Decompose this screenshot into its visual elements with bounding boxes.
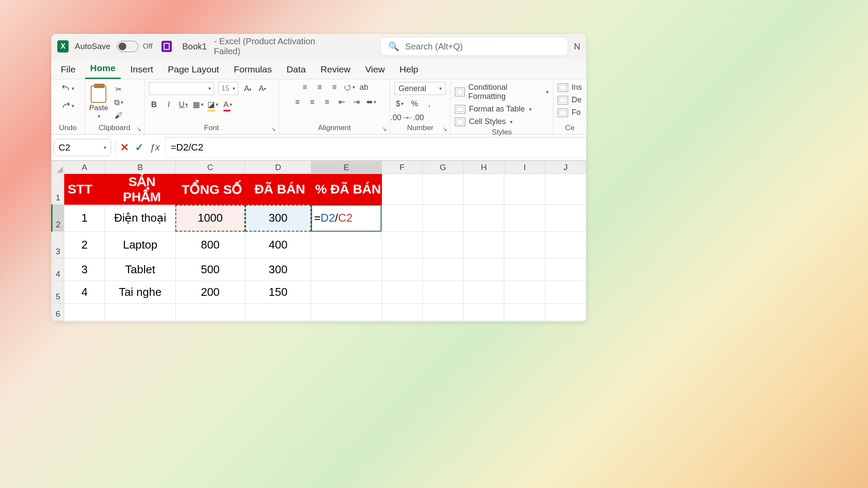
cell-I6[interactable]: [504, 304, 545, 321]
increase-indent-button[interactable]: ⇥: [352, 97, 362, 107]
col-header-G[interactable]: G: [423, 161, 464, 174]
cell-E4[interactable]: [311, 259, 381, 281]
decrease-indent-button[interactable]: ⇤: [337, 97, 347, 107]
cell-I4[interactable]: [504, 259, 545, 281]
align-center-button[interactable]: ≡: [307, 97, 318, 107]
col-header-B[interactable]: B: [105, 161, 175, 174]
insert-function-button[interactable]: ƒx: [150, 142, 160, 153]
cell-H2[interactable]: [464, 205, 504, 232]
cell-F2[interactable]: [381, 205, 422, 232]
cell-C5[interactable]: 200: [175, 281, 245, 304]
cell-B2[interactable]: Điện thoại: [105, 205, 175, 232]
tab-help[interactable]: Help: [395, 61, 424, 79]
insert-cells-button[interactable]: Ins: [558, 82, 582, 93]
cell-J5[interactable]: [545, 281, 586, 304]
cell-G3[interactable]: [423, 232, 464, 259]
cell-H3[interactable]: [464, 232, 504, 259]
underline-button[interactable]: U▾: [178, 99, 189, 110]
merge-center-button[interactable]: ⬌▾: [366, 97, 377, 107]
tab-data[interactable]: Data: [281, 61, 311, 79]
cell-J4[interactable]: [545, 259, 586, 281]
cell-B1[interactable]: SẢN PHẨM: [105, 174, 175, 205]
cell-I1[interactable]: [504, 174, 545, 205]
search-box[interactable]: 🔍 Search (Alt+Q): [380, 37, 568, 56]
cell-E1[interactable]: % ĐÃ BÁN: [311, 174, 381, 205]
number-format-selector[interactable]: General▾: [395, 82, 446, 95]
cell-I3[interactable]: [504, 232, 545, 259]
cell-E3[interactable]: [311, 232, 381, 259]
cell-D4[interactable]: 300: [245, 259, 311, 281]
col-header-H[interactable]: H: [464, 161, 504, 174]
decrease-decimal-button[interactable]: ←.00: [409, 112, 420, 123]
cell-I5[interactable]: [504, 281, 545, 304]
cell-D1[interactable]: ĐÃ BÁN: [245, 174, 311, 205]
worksheet-grid[interactable]: A B C D E F G H I J 1 STT SẢN PHẨM TỔNG …: [51, 160, 586, 321]
align-left-button[interactable]: ≡: [293, 97, 303, 107]
cell-A2[interactable]: 1: [64, 205, 105, 232]
cell-G4[interactable]: [423, 259, 464, 281]
cell-J7[interactable]: [545, 321, 586, 322]
cell-H1[interactable]: [464, 174, 504, 205]
cell-B4[interactable]: Tablet: [105, 259, 175, 281]
cell-I7[interactable]: [504, 321, 545, 322]
cell-C6[interactable]: [175, 304, 245, 321]
cell-D5[interactable]: 150: [245, 281, 311, 304]
cell-D3[interactable]: 400: [245, 232, 311, 259]
name-box[interactable]: C2 ▾: [54, 139, 111, 156]
cell-A5[interactable]: 4: [64, 281, 105, 304]
cell-F1[interactable]: [381, 174, 422, 205]
col-header-E[interactable]: E: [311, 161, 381, 174]
format-painter-button[interactable]: 🖌: [113, 110, 124, 121]
paste-button[interactable]: Paste ▾: [89, 85, 108, 119]
row-header-7[interactable]: 7: [52, 321, 64, 322]
cell-G7[interactable]: [423, 321, 464, 322]
cell-F5[interactable]: [381, 281, 422, 304]
col-header-A[interactable]: A: [64, 161, 105, 174]
cell-G5[interactable]: [423, 281, 464, 304]
cell-H6[interactable]: [464, 304, 504, 321]
cell-B3[interactable]: Laptop: [105, 232, 175, 259]
redo-button[interactable]: ▾: [61, 99, 74, 112]
tab-formulas[interactable]: Formulas: [229, 61, 277, 79]
enter-entry-button[interactable]: ✓: [135, 141, 144, 154]
select-all-corner[interactable]: [52, 161, 64, 174]
row-header-3[interactable]: 3: [52, 232, 64, 259]
cell-B7[interactable]: [105, 321, 175, 322]
document-name[interactable]: Book1: [182, 42, 207, 52]
cell-C4[interactable]: 500: [175, 259, 245, 281]
row-header-6[interactable]: 6: [52, 304, 64, 321]
cell-A1[interactable]: STT: [64, 174, 105, 205]
cell-C7[interactable]: [175, 321, 245, 322]
col-header-C[interactable]: C: [175, 161, 245, 174]
accounting-format-button[interactable]: $▾: [395, 98, 405, 109]
cell-J1[interactable]: [545, 174, 586, 205]
font-launcher-icon[interactable]: ↘: [271, 125, 276, 132]
cell-C3[interactable]: 800: [175, 232, 245, 259]
undo-button[interactable]: ▾: [61, 82, 74, 95]
cell-F6[interactable]: [381, 304, 422, 321]
cell-A6[interactable]: [64, 304, 105, 321]
cell-D2[interactable]: 300: [245, 205, 311, 232]
copy-button[interactable]: ⧉▾: [113, 97, 124, 108]
format-cells-button[interactable]: Fo: [558, 107, 581, 118]
cell-H7[interactable]: [464, 321, 504, 322]
wrap-text-button[interactable]: ab: [359, 82, 369, 92]
increase-font-button[interactable]: A▴: [243, 83, 253, 94]
cell-styles-button[interactable]: Cell Styles▾: [455, 116, 513, 127]
cell-H5[interactable]: [464, 281, 504, 304]
tab-view[interactable]: View: [360, 61, 390, 79]
cell-C1[interactable]: TỔNG SỐ: [175, 174, 245, 205]
cell-E6[interactable]: [311, 304, 381, 321]
cut-button[interactable]: ✂: [113, 84, 124, 95]
cell-A7[interactable]: [64, 321, 105, 322]
increase-decimal-button[interactable]: .00→: [395, 112, 405, 123]
row-header-4[interactable]: 4: [52, 259, 64, 281]
cell-F7[interactable]: [381, 321, 422, 322]
number-launcher-icon[interactable]: ↘: [442, 125, 447, 132]
cell-G1[interactable]: [423, 174, 464, 205]
col-header-D[interactable]: D: [245, 161, 311, 174]
alignment-launcher-icon[interactable]: ↘: [382, 125, 387, 132]
col-header-F[interactable]: F: [381, 161, 422, 174]
cell-G6[interactable]: [423, 304, 464, 321]
clipboard-launcher-icon[interactable]: ↘: [136, 125, 141, 132]
